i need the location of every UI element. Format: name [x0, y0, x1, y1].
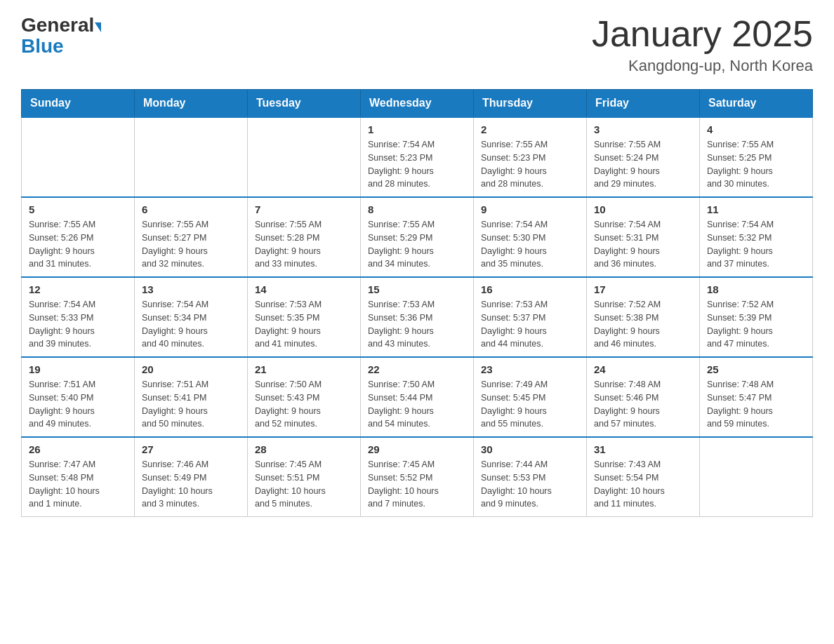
day-info: Sunrise: 7:47 AM Sunset: 5:48 PM Dayligh… [29, 458, 127, 511]
day-info: Sunrise: 7:55 AM Sunset: 5:26 PM Dayligh… [29, 218, 127, 271]
calendar-header-row: SundayMondayTuesdayWednesdayThursdayFrid… [22, 90, 813, 118]
calendar-cell: 9Sunrise: 7:54 AM Sunset: 5:30 PM Daylig… [474, 197, 587, 277]
calendar-week-row: 5Sunrise: 7:55 AM Sunset: 5:26 PM Daylig… [22, 197, 813, 277]
calendar-cell: 3Sunrise: 7:55 AM Sunset: 5:24 PM Daylig… [587, 117, 700, 197]
day-number: 16 [481, 283, 579, 295]
logo-triangle-icon [95, 22, 101, 32]
day-info: Sunrise: 7:53 AM Sunset: 5:37 PM Dayligh… [481, 298, 579, 351]
calendar-cell: 28Sunrise: 7:45 AM Sunset: 5:51 PM Dayli… [248, 437, 361, 517]
day-info: Sunrise: 7:53 AM Sunset: 5:36 PM Dayligh… [368, 298, 466, 351]
day-number: 15 [368, 283, 466, 295]
calendar-cell: 16Sunrise: 7:53 AM Sunset: 5:37 PM Dayli… [474, 277, 587, 357]
calendar-cell: 1Sunrise: 7:54 AM Sunset: 5:23 PM Daylig… [361, 117, 474, 197]
calendar-cell: 7Sunrise: 7:55 AM Sunset: 5:28 PM Daylig… [248, 197, 361, 277]
day-number: 19 [29, 363, 127, 375]
calendar-cell: 19Sunrise: 7:51 AM Sunset: 5:40 PM Dayli… [22, 357, 135, 437]
main-title: January 2025 [592, 14, 813, 54]
calendar-week-row: 12Sunrise: 7:54 AM Sunset: 5:33 PM Dayli… [22, 277, 813, 357]
calendar-cell: 2Sunrise: 7:55 AM Sunset: 5:23 PM Daylig… [474, 117, 587, 197]
calendar-cell: 22Sunrise: 7:50 AM Sunset: 5:44 PM Dayli… [361, 357, 474, 437]
day-of-week-header: Tuesday [248, 90, 361, 118]
day-number: 2 [481, 123, 579, 135]
day-number: 1 [368, 123, 466, 135]
day-info: Sunrise: 7:48 AM Sunset: 5:47 PM Dayligh… [707, 378, 805, 431]
day-of-week-header: Thursday [474, 90, 587, 118]
day-number: 8 [368, 203, 466, 215]
day-number: 5 [29, 203, 127, 215]
day-number: 30 [481, 443, 579, 455]
calendar-week-row: 1Sunrise: 7:54 AM Sunset: 5:23 PM Daylig… [22, 117, 813, 197]
day-info: Sunrise: 7:45 AM Sunset: 5:51 PM Dayligh… [255, 458, 353, 511]
day-number: 28 [255, 443, 353, 455]
day-info: Sunrise: 7:49 AM Sunset: 5:45 PM Dayligh… [481, 378, 579, 431]
subtitle: Kangdong-up, North Korea [592, 57, 813, 75]
day-info: Sunrise: 7:54 AM Sunset: 5:34 PM Dayligh… [142, 298, 240, 351]
calendar-cell: 6Sunrise: 7:55 AM Sunset: 5:27 PM Daylig… [135, 197, 248, 277]
calendar-cell: 11Sunrise: 7:54 AM Sunset: 5:32 PM Dayli… [700, 197, 813, 277]
calendar-cell: 31Sunrise: 7:43 AM Sunset: 5:54 PM Dayli… [587, 437, 700, 517]
calendar-cell: 10Sunrise: 7:54 AM Sunset: 5:31 PM Dayli… [587, 197, 700, 277]
day-number: 23 [481, 363, 579, 375]
calendar-cell: 27Sunrise: 7:46 AM Sunset: 5:49 PM Dayli… [135, 437, 248, 517]
day-info: Sunrise: 7:54 AM Sunset: 5:33 PM Dayligh… [29, 298, 127, 351]
calendar-cell: 18Sunrise: 7:52 AM Sunset: 5:39 PM Dayli… [700, 277, 813, 357]
calendar-cell [248, 117, 361, 197]
day-number: 22 [368, 363, 466, 375]
day-info: Sunrise: 7:51 AM Sunset: 5:41 PM Dayligh… [142, 378, 240, 431]
calendar-cell: 24Sunrise: 7:48 AM Sunset: 5:46 PM Dayli… [587, 357, 700, 437]
day-number: 25 [707, 363, 805, 375]
day-info: Sunrise: 7:55 AM Sunset: 5:23 PM Dayligh… [481, 138, 579, 191]
calendar-week-row: 26Sunrise: 7:47 AM Sunset: 5:48 PM Dayli… [22, 437, 813, 517]
calendar-cell [700, 437, 813, 517]
calendar-cell: 14Sunrise: 7:53 AM Sunset: 5:35 PM Dayli… [248, 277, 361, 357]
day-info: Sunrise: 7:44 AM Sunset: 5:53 PM Dayligh… [481, 458, 579, 511]
calendar-cell: 29Sunrise: 7:45 AM Sunset: 5:52 PM Dayli… [361, 437, 474, 517]
title-section: January 2025 Kangdong-up, North Korea [592, 14, 813, 75]
day-info: Sunrise: 7:50 AM Sunset: 5:43 PM Dayligh… [255, 378, 353, 431]
calendar-cell: 25Sunrise: 7:48 AM Sunset: 5:47 PM Dayli… [700, 357, 813, 437]
day-info: Sunrise: 7:48 AM Sunset: 5:46 PM Dayligh… [594, 378, 692, 431]
calendar-cell: 30Sunrise: 7:44 AM Sunset: 5:53 PM Dayli… [474, 437, 587, 517]
calendar-cell: 5Sunrise: 7:55 AM Sunset: 5:26 PM Daylig… [22, 197, 135, 277]
day-info: Sunrise: 7:46 AM Sunset: 5:49 PM Dayligh… [142, 458, 240, 511]
day-of-week-header: Friday [587, 90, 700, 118]
day-number: 20 [142, 363, 240, 375]
calendar-cell: 12Sunrise: 7:54 AM Sunset: 5:33 PM Dayli… [22, 277, 135, 357]
page-header: General Blue January 2025 Kangdong-up, N… [21, 14, 813, 75]
day-info: Sunrise: 7:54 AM Sunset: 5:23 PM Dayligh… [368, 138, 466, 191]
calendar-cell [135, 117, 248, 197]
day-number: 3 [594, 123, 692, 135]
calendar-cell: 23Sunrise: 7:49 AM Sunset: 5:45 PM Dayli… [474, 357, 587, 437]
day-number: 9 [481, 203, 579, 215]
day-number: 14 [255, 283, 353, 295]
day-info: Sunrise: 7:54 AM Sunset: 5:31 PM Dayligh… [594, 218, 692, 271]
calendar-cell: 26Sunrise: 7:47 AM Sunset: 5:48 PM Dayli… [22, 437, 135, 517]
day-number: 31 [594, 443, 692, 455]
day-of-week-header: Monday [135, 90, 248, 118]
calendar-cell: 20Sunrise: 7:51 AM Sunset: 5:41 PM Dayli… [135, 357, 248, 437]
day-info: Sunrise: 7:55 AM Sunset: 5:29 PM Dayligh… [368, 218, 466, 271]
day-number: 13 [142, 283, 240, 295]
day-number: 21 [255, 363, 353, 375]
calendar-cell: 21Sunrise: 7:50 AM Sunset: 5:43 PM Dayli… [248, 357, 361, 437]
day-of-week-header: Wednesday [361, 90, 474, 118]
day-info: Sunrise: 7:51 AM Sunset: 5:40 PM Dayligh… [29, 378, 127, 431]
day-info: Sunrise: 7:50 AM Sunset: 5:44 PM Dayligh… [368, 378, 466, 431]
day-number: 26 [29, 443, 127, 455]
day-info: Sunrise: 7:52 AM Sunset: 5:38 PM Dayligh… [594, 298, 692, 351]
day-info: Sunrise: 7:45 AM Sunset: 5:52 PM Dayligh… [368, 458, 466, 511]
calendar-cell: 17Sunrise: 7:52 AM Sunset: 5:38 PM Dayli… [587, 277, 700, 357]
day-number: 27 [142, 443, 240, 455]
calendar-cell: 8Sunrise: 7:55 AM Sunset: 5:29 PM Daylig… [361, 197, 474, 277]
day-number: 24 [594, 363, 692, 375]
calendar-cell: 4Sunrise: 7:55 AM Sunset: 5:25 PM Daylig… [700, 117, 813, 197]
calendar-table: SundayMondayTuesdayWednesdayThursdayFrid… [21, 89, 813, 517]
day-info: Sunrise: 7:54 AM Sunset: 5:32 PM Dayligh… [707, 218, 805, 271]
day-number: 4 [707, 123, 805, 135]
day-of-week-header: Sunday [22, 90, 135, 118]
logo-general-text: General [21, 14, 94, 36]
day-info: Sunrise: 7:52 AM Sunset: 5:39 PM Dayligh… [707, 298, 805, 351]
logo: General Blue [21, 14, 101, 58]
day-info: Sunrise: 7:55 AM Sunset: 5:25 PM Dayligh… [707, 138, 805, 191]
day-info: Sunrise: 7:55 AM Sunset: 5:28 PM Dayligh… [255, 218, 353, 271]
